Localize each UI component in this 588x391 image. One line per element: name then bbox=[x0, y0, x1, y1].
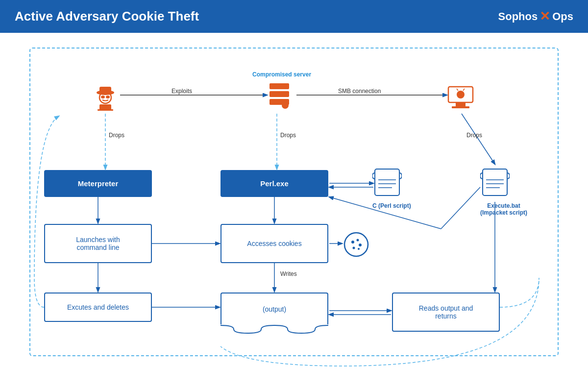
logo-x-icon: ✕ bbox=[539, 9, 550, 24]
svg-point-18 bbox=[457, 91, 465, 98]
executes-box: Excutes and deletes bbox=[44, 293, 152, 322]
svg-point-34 bbox=[358, 248, 360, 250]
svg-rect-6 bbox=[98, 109, 113, 111]
page-title: Active Adversary Cookie Theft bbox=[15, 9, 199, 24]
svg-point-33 bbox=[353, 247, 355, 249]
drops2-label: Drops bbox=[280, 132, 296, 139]
accesses-box: Accesses cookies bbox=[220, 224, 328, 263]
drops3-label: Drops bbox=[466, 132, 482, 139]
execute-bat-scroll: Execute.bat (Impacket script) bbox=[480, 165, 527, 216]
logo-ops: Ops bbox=[552, 10, 573, 23]
svg-line-20 bbox=[463, 89, 465, 91]
svg-line-48 bbox=[441, 187, 480, 229]
svg-line-19 bbox=[457, 89, 458, 91]
launches-box: Launches with command line bbox=[44, 224, 152, 263]
compromised-server-label: Compromised server bbox=[252, 71, 311, 78]
writes-label: Writes bbox=[280, 270, 297, 277]
svg-rect-25 bbox=[483, 169, 507, 196]
svg-rect-21 bbox=[375, 169, 399, 196]
logo: Sophos ✕ Ops bbox=[498, 9, 573, 24]
svg-point-3 bbox=[101, 96, 105, 98]
infected-pc-icon bbox=[446, 82, 475, 117]
svg-rect-16 bbox=[456, 102, 466, 106]
svg-point-10 bbox=[282, 102, 289, 109]
server-icon bbox=[265, 79, 294, 114]
perl-box: Perl.exe bbox=[220, 170, 328, 197]
c-perl-scroll: C (Perl script) bbox=[372, 165, 411, 209]
diagram-area: Compromised server Meterpreter Perl.exe … bbox=[0, 33, 588, 391]
output-box: (output) bbox=[220, 293, 328, 332]
adversary-icon bbox=[91, 82, 120, 117]
drops1-label: Drops bbox=[109, 132, 124, 139]
cookie-icon bbox=[343, 231, 370, 260]
meterpreter-box: Meterpreter bbox=[44, 170, 152, 197]
logo-sophos: Sophos bbox=[498, 10, 538, 23]
svg-line-39 bbox=[462, 114, 495, 164]
exploits-label: Exploits bbox=[172, 88, 192, 95]
svg-rect-8 bbox=[270, 91, 289, 97]
svg-point-30 bbox=[351, 241, 354, 244]
svg-point-4 bbox=[106, 96, 110, 98]
svg-point-32 bbox=[359, 244, 362, 246]
svg-point-31 bbox=[357, 239, 359, 242]
svg-rect-7 bbox=[270, 83, 289, 89]
svg-point-29 bbox=[344, 233, 368, 256]
header: Active Adversary Cookie Theft Sophos ✕ O… bbox=[0, 0, 588, 33]
svg-rect-17 bbox=[452, 106, 469, 108]
smb-label: SMB connection bbox=[338, 88, 381, 95]
reads-box: Reads output and returns bbox=[392, 293, 500, 332]
